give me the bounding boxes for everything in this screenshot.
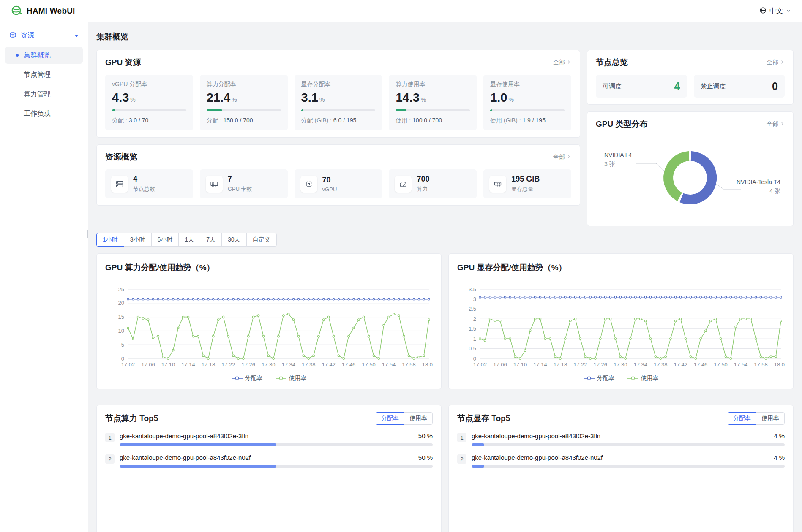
gpu-stat-tile: vGPU 分配率 4.3% 分配 : 3.0 / 70 [105, 75, 193, 130]
chevron-right-icon [780, 121, 785, 128]
caret-down-icon [74, 32, 79, 40]
stat-value: 21.4% [207, 91, 281, 105]
top5-title: 节点算力 Top5 [105, 413, 158, 424]
resource-label: GPU 卡数 [228, 185, 252, 193]
time-tab-4[interactable]: 7天 [200, 233, 222, 247]
svg-text:18:02: 18:02 [422, 361, 433, 368]
gpu-type-view-all-link[interactable]: 全部 [767, 120, 785, 128]
toggle-usage-button[interactable]: 使用率 [404, 412, 433, 425]
sidebar-group-resources[interactable]: 资源 [5, 28, 83, 43]
top5-row: 2 gke-kantaloupe-demo-gpu-pool-a843f02e-… [105, 454, 433, 468]
sidebar-item-3[interactable]: 工作负载 [5, 105, 83, 122]
sidebar-item-label: 工作负载 [24, 109, 51, 118]
time-tab-5[interactable]: 30天 [221, 233, 247, 247]
resource-overview-title: 资源概览 [105, 152, 137, 163]
rank-badge: 1 [105, 433, 115, 442]
time-tab-2[interactable]: 6小时 [151, 233, 179, 247]
top5-row: 1 gke-kantaloupe-demo-gpu-pool-a843f02e-… [457, 432, 785, 446]
sidebar-item-2[interactable]: 算力管理 [5, 86, 83, 103]
resources-cube-icon [9, 31, 16, 40]
stat-progress-bar [490, 109, 565, 111]
top5-progress-bar [472, 443, 785, 446]
node-percent: 50 % [418, 454, 433, 461]
resource-tile: 7 GPU 卡数 [200, 169, 288, 198]
svg-text:0: 0 [121, 356, 124, 362]
stat-progress-bar [112, 109, 186, 111]
legend-item[interactable]: 分配率 [584, 375, 615, 382]
stat-value: 1.0% [490, 91, 565, 105]
gpu-count-icon [206, 176, 223, 193]
stat-caption: 分配 : 3.0 / 70 [112, 117, 186, 125]
stat-label: 显存使用率 [490, 81, 565, 88]
gpu-type-donut-chart: NVIDIA L4 3 张 NVIDIA-Tesla T4 4 张 [596, 136, 785, 219]
svg-text:17:02: 17:02 [121, 361, 135, 368]
resource-overview-items: 4 节点总数 7 GPU 卡数 70 vGPU 700 算力 195 GiB 显… [105, 169, 571, 198]
svg-text:17:10: 17:10 [513, 361, 527, 368]
resource-value: 700 [417, 175, 429, 184]
top5-title: 节点显存 Top5 [457, 413, 510, 424]
toggle-allocation-button[interactable]: 分配率 [728, 412, 756, 425]
sidebar-collapse-handle[interactable] [87, 230, 88, 238]
time-range-tabs: 1小时 3小时 6小时 1天 7天 30天 自定义 [96, 233, 794, 247]
main-content: 集群概览 GPU 资源 全部 vGPU 分配率 4.3% 分配 : 3.0 / … [88, 22, 802, 532]
svg-text:17:02: 17:02 [473, 361, 487, 368]
svg-text:17:14: 17:14 [533, 361, 547, 368]
stat-progress-bar [396, 109, 470, 111]
sidebar-group-label: 资源 [21, 31, 34, 40]
legend-marker-icon [276, 376, 286, 380]
time-tab-6[interactable]: 自定义 [246, 233, 277, 247]
active-dot-icon [16, 54, 19, 57]
node-stat-tile: 可调度 4 [596, 75, 687, 98]
toggle-usage-button[interactable]: 使用率 [756, 412, 785, 425]
time-tab-1[interactable]: 3小时 [124, 233, 152, 247]
resource-label: 算力 [417, 185, 429, 193]
svg-text:15: 15 [118, 314, 124, 320]
time-tab-0[interactable]: 1小时 [96, 233, 124, 247]
sidebar-item-1[interactable]: 节点管理 [5, 66, 83, 83]
legend-item[interactable]: 使用率 [276, 375, 307, 382]
stat-label: 显存分配率 [301, 81, 376, 88]
time-tab-3[interactable]: 1天 [178, 233, 200, 247]
memory-trend-legend: 分配率 使用率 [457, 375, 785, 382]
resource-overview-view-all-link[interactable]: 全部 [553, 153, 571, 161]
sidebar: 资源 集群概览 节点管理 算力管理 工作负载 [0, 22, 88, 532]
language-selector[interactable]: 中文 [759, 7, 791, 16]
svg-text:17:54: 17:54 [734, 361, 748, 368]
svg-text:17:22: 17:22 [221, 361, 235, 368]
svg-text:0: 0 [473, 356, 476, 362]
language-label: 中文 [769, 7, 783, 16]
stat-progress-bar [207, 109, 281, 111]
gpu-stats: vGPU 分配率 4.3% 分配 : 3.0 / 70 算力分配率 21.4% … [105, 75, 571, 130]
legend-item[interactable]: 使用率 [627, 375, 659, 382]
gpu-resources-view-all-link[interactable]: 全部 [553, 59, 571, 66]
node-stat-label: 可调度 [603, 82, 622, 90]
stat-caption: 使用 : 100.0 / 700 [396, 117, 470, 125]
stat-label: 算力分配率 [207, 81, 281, 88]
rank-badge: 2 [105, 454, 115, 464]
top5-progress-bar [472, 465, 785, 468]
sidebar-item-0[interactable]: 集群概览 [5, 47, 83, 64]
node-name: gke-kantaloupe-demo-gpu-pool-a843f02e-3f… [120, 432, 248, 440]
node-overview-view-all-link[interactable]: 全部 [767, 59, 785, 66]
memory-icon [489, 176, 506, 193]
chevron-right-icon [566, 154, 571, 160]
gpu-stat-tile: 显存分配率 3.1% 分配 (GiB) : 6.0 / 195 [295, 75, 382, 130]
svg-text:18:02: 18:02 [774, 361, 785, 368]
gpu-type-card: GPU 类型分布 全部 NVIDIA L4 3 张 NVI [587, 111, 794, 226]
node-stat-value: 4 [674, 80, 680, 92]
chevron-down-icon [786, 7, 791, 15]
svg-text:17:06: 17:06 [493, 361, 507, 368]
svg-text:17:34: 17:34 [633, 361, 647, 368]
stat-value: 14.3% [396, 91, 470, 105]
sidebar-item-label: 算力管理 [24, 90, 51, 99]
svg-text:17:38: 17:38 [302, 361, 316, 368]
resource-tile: 195 GiB 显存总量 [483, 169, 571, 198]
svg-text:17:58: 17:58 [402, 361, 416, 368]
legend-item[interactable]: 分配率 [232, 375, 263, 382]
donut-svg [596, 136, 784, 219]
compute-trend-card: GPU 算力分配/使用趋势（%） 051015202517:0217:0617:… [96, 253, 442, 389]
top5-metric-toggle: 分配率使用率 [376, 412, 433, 425]
svg-text:17:18: 17:18 [554, 361, 567, 368]
toggle-allocation-button[interactable]: 分配率 [376, 412, 404, 425]
svg-text:17:30: 17:30 [262, 361, 276, 368]
